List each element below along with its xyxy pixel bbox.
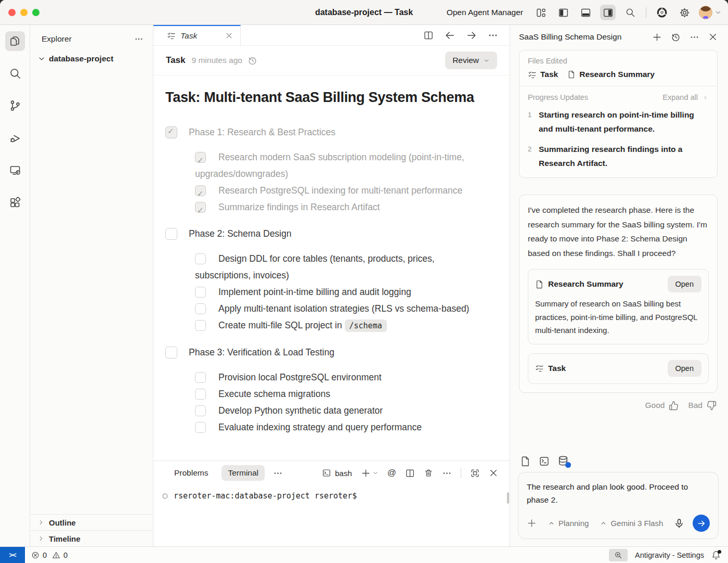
file-icon xyxy=(535,280,544,289)
phase-2-group: Phase 2: Schema Design Design DDL for co… xyxy=(165,228,489,334)
task-checkbox[interactable] xyxy=(195,152,206,163)
task-item: Provision local PostgreSQL environment xyxy=(195,369,473,386)
close-agent-panel-icon[interactable] xyxy=(708,32,718,42)
task-checkbox[interactable] xyxy=(195,253,206,264)
toggle-left-panel-button[interactable] xyxy=(555,5,571,20)
shell-selector[interactable]: bash xyxy=(322,468,352,478)
progress-update-2: 2 Summarizing research findings into a R… xyxy=(528,142,709,170)
task-text: Research modern SaaS subscription modeli… xyxy=(195,152,464,179)
antigravity-settings-button[interactable]: Antigravity - Settings xyxy=(635,551,704,559)
phase-1-label: Phase 1: Research & Best Practices xyxy=(189,127,335,137)
update-number: 2 xyxy=(528,142,534,170)
kill-terminal-icon[interactable] xyxy=(424,468,433,478)
phase-1-checkbox[interactable] xyxy=(165,126,177,138)
database-context-icon[interactable] xyxy=(557,455,569,467)
folder-database-project[interactable]: database-project xyxy=(30,50,153,68)
terminal-output[interactable]: rseroter-mac:database-project rseroter$ xyxy=(153,485,510,501)
task-checkbox[interactable] xyxy=(195,389,206,400)
review-button[interactable]: Review xyxy=(445,52,497,69)
toggle-bottom-panel-button[interactable] xyxy=(578,5,593,20)
edited-file-research-summary[interactable]: Research Summary xyxy=(567,70,655,79)
split-editor-icon[interactable] xyxy=(423,30,434,41)
feedback-row: Good Bad xyxy=(510,401,717,411)
at-mention-icon[interactable]: @ xyxy=(387,468,396,478)
problems-status[interactable]: 0 0 xyxy=(31,551,68,559)
file-icon xyxy=(567,70,576,79)
agent-manager-grid-icon[interactable] xyxy=(533,5,549,20)
new-conversation-icon[interactable] xyxy=(652,32,662,42)
open-agent-manager-button[interactable]: Open Agent Manager xyxy=(447,8,523,17)
remote-indicator[interactable]: >< xyxy=(0,547,25,563)
source-control-activity-icon[interactable] xyxy=(5,96,25,116)
explorer-activity-icon[interactable] xyxy=(5,31,25,51)
panel-tabs-more-icon[interactable] xyxy=(273,468,283,478)
phase-2-checkbox[interactable] xyxy=(165,228,177,240)
open-task-button[interactable]: Open xyxy=(668,360,701,377)
conversation-history-icon[interactable] xyxy=(671,32,681,42)
task-checkbox[interactable] xyxy=(195,405,206,416)
navigate-back-icon[interactable] xyxy=(444,30,456,41)
task-text: Apply multi-tenant isolation strategies … xyxy=(218,303,469,314)
artifact-description: Summary of research on SaaS billing best… xyxy=(535,297,701,337)
new-terminal-button[interactable] xyxy=(361,468,379,478)
edited-file-task[interactable]: Task xyxy=(528,70,558,79)
close-tab-icon[interactable] xyxy=(225,32,233,40)
chat-input-value[interactable]: The research and plan look good. Proceed… xyxy=(527,480,710,506)
browser-icon[interactable] xyxy=(654,5,670,20)
notifications-bell-icon[interactable] xyxy=(711,551,721,560)
account-menu[interactable] xyxy=(699,6,722,19)
terminal-more-icon[interactable] xyxy=(442,468,452,478)
task-text: Provision local PostgreSQL environment xyxy=(218,372,382,382)
add-context-icon[interactable] xyxy=(527,518,537,528)
activity-bar xyxy=(0,25,30,546)
split-terminal-icon[interactable] xyxy=(405,468,415,478)
toggle-right-panel-button[interactable] xyxy=(600,5,616,20)
outline-section[interactable]: Outline xyxy=(30,514,153,530)
model-selector[interactable]: Gemini 3 Flash xyxy=(600,519,663,528)
chat-input-box[interactable]: The research and plan look good. Proceed… xyxy=(518,472,719,539)
send-button[interactable] xyxy=(693,515,710,532)
terminal-scrollbar[interactable] xyxy=(507,492,509,504)
timeline-section[interactable]: Timeline xyxy=(30,530,153,546)
tab-task[interactable]: Task xyxy=(153,25,241,46)
tab-problems[interactable]: Problems xyxy=(168,465,214,481)
task-checkbox[interactable] xyxy=(195,372,206,383)
thumbs-up-icon[interactable] xyxy=(669,401,679,411)
extensions-activity-icon[interactable] xyxy=(5,193,25,212)
task-checkbox[interactable] xyxy=(195,202,206,213)
task-item: Summarize findings in Research Artifact xyxy=(195,199,473,215)
terminal-context-icon[interactable] xyxy=(539,456,550,467)
close-panel-icon[interactable] xyxy=(489,468,498,478)
task-checkbox[interactable] xyxy=(195,287,206,298)
task-item: Research modern SaaS subscription modeli… xyxy=(195,149,473,182)
mode-selector[interactable]: Planning xyxy=(548,519,589,528)
thumbs-down-icon[interactable] xyxy=(707,401,717,411)
attach-file-icon[interactable] xyxy=(520,456,531,467)
editor-more-icon[interactable] xyxy=(488,30,498,41)
expand-all-button[interactable]: Expand all xyxy=(662,93,709,101)
search-activity-icon[interactable] xyxy=(5,63,25,83)
search-icon[interactable] xyxy=(622,5,638,20)
phase-3-checkbox[interactable] xyxy=(165,347,177,359)
history-icon[interactable] xyxy=(248,56,257,66)
settings-gear-icon[interactable] xyxy=(677,5,692,20)
tab-terminal[interactable]: Terminal xyxy=(222,465,265,481)
task-checkbox[interactable] xyxy=(195,303,206,314)
navigate-forward-icon[interactable] xyxy=(466,30,477,41)
run-debug-activity-icon[interactable] xyxy=(5,128,25,148)
document-label: Task xyxy=(166,55,186,66)
task-text: Execute schema migrations xyxy=(218,389,330,399)
remote-explorer-activity-icon[interactable] xyxy=(5,160,25,180)
agent-more-icon[interactable] xyxy=(690,32,699,42)
editor-tabbar: Task xyxy=(153,25,510,46)
task-checkbox[interactable] xyxy=(195,185,206,196)
open-research-summary-button[interactable]: Open xyxy=(668,276,701,292)
task-checkbox[interactable] xyxy=(195,422,206,433)
microphone-icon[interactable] xyxy=(674,518,684,529)
chevron-down-icon xyxy=(37,55,46,63)
zoom-button[interactable] xyxy=(609,549,628,561)
errors-icon xyxy=(31,551,40,559)
task-checkbox[interactable] xyxy=(195,320,206,331)
explorer-more-icon[interactable] xyxy=(134,34,144,44)
maximize-panel-icon[interactable] xyxy=(470,468,480,478)
